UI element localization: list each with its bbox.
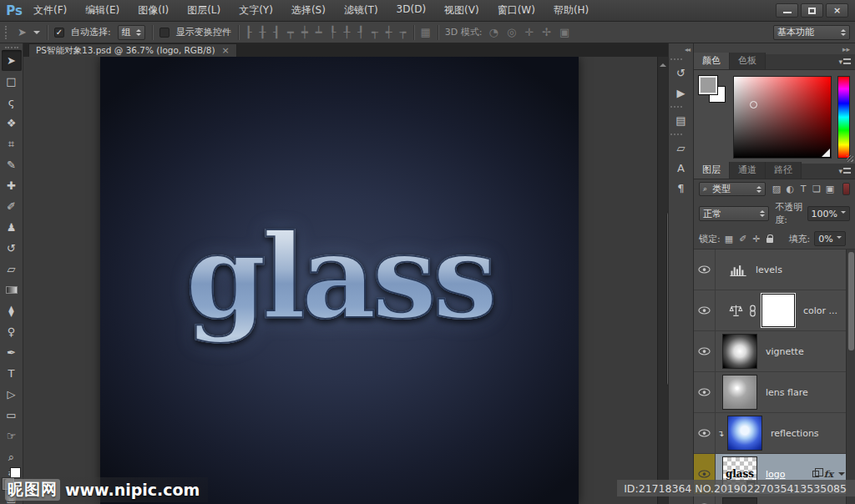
tab-paths[interactable]: 路径 bbox=[766, 162, 802, 179]
tool-preset-icon[interactable]: ➤ bbox=[18, 27, 27, 38]
filter-shape-layers-icon[interactable]: ❏ bbox=[810, 184, 823, 194]
canvas-pasteboard[interactable]: glass bbox=[23, 57, 668, 504]
eraser-tool[interactable]: ▱ bbox=[2, 259, 22, 280]
menu-item-1[interactable]: 文件(F) bbox=[33, 3, 67, 18]
shape-tool[interactable]: ▭ bbox=[2, 405, 22, 426]
document-canvas[interactable]: glass bbox=[100, 57, 579, 504]
filter-on-off-toggle[interactable] bbox=[842, 183, 850, 195]
menu-item-7[interactable]: 滤镜(T) bbox=[344, 3, 378, 18]
properties-panel-icon[interactable]: ▤ bbox=[670, 110, 692, 130]
lasso-tool[interactable]: ς bbox=[2, 92, 22, 113]
panel-menu-icon[interactable]: ▾ bbox=[838, 167, 851, 175]
align-top-edges-icon[interactable]: ┯ bbox=[287, 27, 294, 38]
move-tool[interactable]: ➤ bbox=[2, 50, 22, 71]
show-transform-checkbox[interactable] bbox=[159, 28, 169, 38]
layers-scrollbar[interactable] bbox=[846, 249, 855, 504]
distribute-right-edges-icon[interactable]: ┮ bbox=[400, 27, 407, 38]
pen-tool[interactable]: ✒ bbox=[2, 342, 22, 363]
tools-panel-grip[interactable] bbox=[5, 47, 18, 48]
path-selection-tool[interactable]: ▷ bbox=[2, 384, 22, 405]
blur-tool[interactable]: ⧫ bbox=[2, 300, 22, 321]
layer-thumbnail[interactable] bbox=[722, 497, 757, 504]
align-right-edges-icon[interactable]: ┨ bbox=[273, 27, 280, 38]
scrollbar-thumb[interactable] bbox=[666, 211, 668, 386]
blend-mode-dropdown[interactable]: 正常 bbox=[699, 206, 769, 221]
type-tool[interactable]: T bbox=[2, 363, 22, 384]
opacity-field[interactable]: 100% bbox=[807, 206, 850, 221]
filter-smart-objects-icon[interactable]: ▣ bbox=[823, 184, 837, 194]
zoom-tool[interactable]: ⌕ bbox=[2, 446, 22, 467]
brush-tool[interactable]: ✐ bbox=[2, 196, 22, 217]
eyedropper-tool[interactable]: ✎ bbox=[2, 154, 22, 175]
canvas-vertical-scrollbar[interactable] bbox=[657, 57, 668, 504]
visibility-toggle[interactable] bbox=[694, 413, 716, 453]
filter-adjustment-layers-icon[interactable]: ◐ bbox=[783, 184, 797, 194]
document-tab[interactable]: PS智能对象13.psd @ 36.7% (logo, RGB/8) × bbox=[28, 43, 237, 57]
3d-walk-camera-icon[interactable]: ✢ bbox=[542, 27, 551, 38]
expand-panels-icon[interactable]: ◂◂ bbox=[685, 46, 690, 53]
layer-row-lens-flare[interactable]: lens flare bbox=[694, 372, 855, 413]
panel-menu-icon[interactable]: ▾ bbox=[838, 58, 851, 66]
distribute-vertical-centers-icon[interactable]: ╀ bbox=[343, 27, 350, 38]
menu-item-3[interactable]: 图像(I) bbox=[138, 3, 169, 18]
collapse-panels-icon[interactable]: ▸▸ bbox=[842, 45, 850, 53]
distribute-horizontal-centers-icon[interactable]: ┽ bbox=[386, 27, 392, 38]
visibility-toggle[interactable] bbox=[694, 290, 716, 330]
clone-stamp-tool[interactable]: ♟ bbox=[2, 217, 22, 238]
align-left-edges-icon[interactable]: ┠ bbox=[245, 27, 252, 38]
layer-row-color[interactable]: color ... bbox=[694, 290, 855, 331]
menu-item-8[interactable]: 3D(D) bbox=[397, 3, 426, 18]
tab-swatches[interactable]: 色板 bbox=[730, 53, 766, 69]
filter-type-layers-icon[interactable]: T bbox=[797, 184, 810, 194]
color-cursor-icon[interactable] bbox=[750, 101, 757, 108]
filter-pixel-layers-icon[interactable]: ▨ bbox=[770, 184, 783, 194]
menu-item-5[interactable]: 文字(Y) bbox=[239, 3, 273, 18]
tab-color[interactable]: 颜色 bbox=[694, 53, 730, 69]
quick-selection-tool[interactable]: ❖ bbox=[2, 113, 22, 134]
menu-item-2[interactable]: 编辑(E) bbox=[85, 3, 119, 18]
tab-layers[interactable]: 图层 bbox=[694, 162, 730, 179]
layer-row-levels[interactable]: levels bbox=[694, 249, 855, 290]
crop-tool[interactable]: ⌗ bbox=[2, 134, 22, 154]
lock-transparency-icon[interactable]: ▦ bbox=[725, 234, 733, 244]
3d-roll-camera-icon[interactable]: ◎ bbox=[507, 27, 516, 38]
tab-channels[interactable]: 通道 bbox=[730, 162, 766, 179]
scroll-up-icon[interactable] bbox=[660, 60, 666, 67]
menu-item-4[interactable]: 图层(L) bbox=[187, 3, 220, 18]
visibility-toggle[interactable] bbox=[694, 249, 716, 290]
dodge-tool[interactable]: ♀ bbox=[2, 321, 22, 342]
actions-panel-icon[interactable]: ▶ bbox=[670, 83, 692, 103]
color-saturation-field[interactable] bbox=[733, 76, 832, 159]
scrollbar-thumb[interactable] bbox=[848, 252, 854, 350]
lock-all-icon[interactable] bbox=[766, 238, 773, 243]
layer-thumbnail[interactable] bbox=[722, 375, 757, 410]
gradient-tool[interactable] bbox=[2, 280, 22, 300]
layer-row-reflections[interactable]: ↴ reflections bbox=[694, 413, 855, 454]
healing-brush-tool[interactable]: ✚ bbox=[2, 175, 22, 196]
marquee-tool[interactable]: □ bbox=[2, 71, 22, 92]
3d-pan-camera-icon[interactable]: ✛ bbox=[524, 27, 534, 38]
layer-thumbnail[interactable] bbox=[722, 334, 757, 369]
menu-item-10[interactable]: 窗口(W) bbox=[498, 3, 535, 18]
hue-slider[interactable] bbox=[837, 76, 850, 159]
maximize-button[interactable] bbox=[801, 3, 823, 18]
collapse-effects-caret-icon[interactable] bbox=[838, 472, 845, 479]
distribute-bottom-edges-icon[interactable]: ┦ bbox=[357, 27, 364, 38]
paragraph-panel-icon[interactable]: ¶ bbox=[670, 178, 692, 198]
menu-item-6[interactable]: 选择(S) bbox=[291, 3, 326, 18]
layer-filter-dropdown[interactable]: ⌕ 类型 bbox=[699, 182, 766, 196]
3d-zoom-camera-icon[interactable]: ▣ bbox=[559, 27, 569, 38]
tab-close-icon[interactable]: × bbox=[222, 45, 230, 56]
menu-item-11[interactable]: 帮助(H) bbox=[554, 3, 589, 18]
workspace-dropdown[interactable]: 基本功能 bbox=[773, 25, 850, 40]
character-panel-icon[interactable]: A bbox=[670, 158, 692, 178]
close-button[interactable]: × bbox=[826, 3, 848, 18]
layer-thumbnail[interactable] bbox=[727, 416, 762, 451]
align-vertical-centers-icon[interactable]: ┿ bbox=[301, 27, 308, 38]
visibility-toggle[interactable] bbox=[694, 372, 716, 412]
distribute-left-edges-icon[interactable]: ┭ bbox=[372, 27, 378, 38]
layer-effects-fx-icon[interactable]: fx bbox=[824, 469, 833, 480]
options-bar-grip[interactable] bbox=[5, 26, 9, 39]
3d-panel-icon[interactable]: ▱ bbox=[670, 138, 692, 158]
tool-preset-caret-icon[interactable] bbox=[33, 31, 40, 38]
